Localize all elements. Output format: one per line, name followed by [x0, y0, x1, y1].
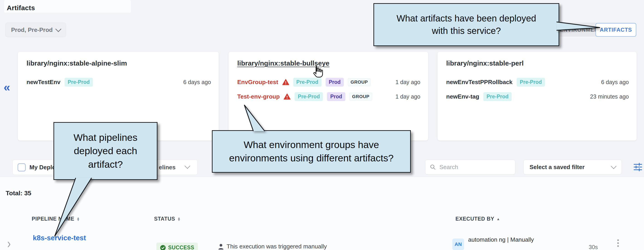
trigger-message-text: This execution was triggered manually — [226, 243, 327, 250]
env-type-badge: Prod — [327, 92, 345, 101]
search-box — [425, 160, 515, 174]
env-type-badge: Pre-Prod — [293, 78, 322, 87]
tab-artifacts[interactable]: ARTIFACTS — [596, 23, 636, 37]
env-scope-value: Prod, Pre-Prod — [11, 26, 52, 33]
env-name: newEnvTestPPRollback — [446, 79, 512, 86]
total-count: Total: 35 — [6, 190, 31, 197]
callout-text: What pipelines — [74, 131, 137, 144]
env-group-row: Test-env-group Pre-Prod Prod GROUP 1 day… — [237, 92, 420, 102]
sort-ascending-icon: ▲ — [496, 217, 500, 221]
callout-text: artifact? — [88, 158, 123, 171]
row-menu-icon[interactable] — [617, 239, 619, 247]
expand-row-icon[interactable]: › — [7, 237, 11, 250]
env-row: newTestEnv Pre-Prod 6 days ago — [26, 77, 211, 87]
callout-text: deployed each — [74, 144, 137, 157]
saved-filter-select[interactable]: Select a saved filter — [524, 160, 622, 174]
search-input[interactable] — [439, 163, 510, 171]
executions-section: Total: 35 PIPELINE NAME ▲▼ STATUS ▲▼ EXE… — [0, 177, 644, 250]
deploy-time: 6 days ago — [601, 79, 629, 85]
env-name: newTestEnv — [26, 79, 60, 86]
executed-by-text: automation ng | Manually — [468, 236, 534, 243]
my-deployments-checkbox[interactable] — [18, 163, 26, 171]
env-row: newEnvTestPPRollback Pre-Prod 6 days ago — [446, 77, 629, 87]
chevron-down-icon — [184, 163, 190, 169]
user-icon — [218, 244, 224, 250]
env-name: newEnv-tag — [446, 93, 479, 100]
sort-icon: ▲▼ — [178, 217, 181, 221]
env-type-badge: Pre-Prod — [517, 78, 545, 87]
chevron-down-icon — [611, 163, 616, 169]
env-row: newEnv-tag Pre-Prod 23 minutes ago — [446, 92, 629, 102]
env-type-badge: Pre-Prod — [294, 92, 323, 101]
saved-filter-label: Select a saved filter — [530, 164, 585, 171]
deploy-time: 1 day ago — [396, 79, 420, 85]
group-badge: GROUP — [350, 93, 372, 101]
search-icon — [430, 164, 436, 170]
artifact-title-link[interactable]: library/nginx:stable-bullseye — [237, 59, 330, 67]
callout-text: with this service? — [432, 25, 501, 37]
column-label: STATUS — [154, 216, 175, 222]
page-title: Artifacts — [7, 4, 35, 12]
deploy-time: 23 minutes ago — [590, 93, 629, 100]
status-badge: SUCCESS — [156, 243, 198, 250]
artifact-title: library/nginx:stable-perl — [446, 59, 524, 67]
env-group-name[interactable]: Test-env-group — [237, 93, 280, 100]
callout-text: environments using different artifacts? — [229, 151, 394, 165]
column-header-status[interactable]: STATUS ▲▼ — [154, 216, 180, 222]
chevron-down-icon — [55, 26, 62, 32]
callout-pipelines-deployed: What pipelines deployed each artifact? — [54, 122, 158, 180]
column-header-executed-by[interactable]: EXECUTED BY ▲ — [456, 216, 500, 222]
deploy-time: 6 days ago — [183, 79, 211, 85]
duration-text: 30s — [589, 244, 598, 250]
column-label: PIPELINE NAME — [32, 216, 74, 222]
env-group-row: EnvGroup-test Pre-Prod Prod GROUP 1 day … — [237, 77, 420, 87]
artifact-card: library/nginx:stable-perl newEnvTestPPRo… — [437, 52, 637, 141]
env-type-badge: Prod — [326, 78, 344, 87]
callout-text: What artifacts have been deployed — [396, 12, 536, 25]
pipeline-link[interactable]: k8s-service-test — [33, 234, 86, 242]
collapse-panel-icon[interactable]: « — [4, 81, 10, 93]
pipeline-select-label[interactable]: elines — [159, 164, 176, 171]
callout-text: What environment groups have — [244, 138, 379, 151]
success-check-icon — [160, 245, 166, 250]
env-type-badge: Pre-Prod — [483, 92, 512, 101]
env-type-badge: Pre-Prod — [64, 78, 93, 87]
callout-env-groups: What environment groups have environment… — [212, 130, 411, 173]
filter-settings-icon[interactable] — [633, 162, 643, 172]
callout-artifacts-deployed: What artifacts have been deployed with t… — [374, 3, 559, 46]
artifact-card: library/nginx:stable-bullseye EnvGroup-t… — [228, 52, 428, 141]
warning-icon — [284, 94, 290, 100]
env-group-name[interactable]: EnvGroup-test — [237, 79, 278, 86]
trigger-message: This execution was triggered manually — [218, 243, 327, 250]
sort-icon: ▲▼ — [76, 217, 80, 221]
artifacts-page: Artifacts Prod, Pre-Prod ENVIRONMENTS AR… — [0, 0, 644, 250]
group-badge: GROUP — [348, 78, 370, 86]
column-label: EXECUTED BY — [456, 216, 494, 222]
deploy-time: 1 day ago — [396, 93, 420, 100]
env-scope-select[interactable]: Prod, Pre-Prod — [6, 23, 66, 37]
warning-icon — [282, 79, 289, 85]
status-label: SUCCESS — [168, 245, 194, 250]
column-header-pipeline-name[interactable]: PIPELINE NAME ▲▼ — [32, 216, 80, 222]
avatar: AN — [452, 239, 464, 250]
artifact-title: library/nginx:stable-alpine-slim — [26, 59, 127, 67]
